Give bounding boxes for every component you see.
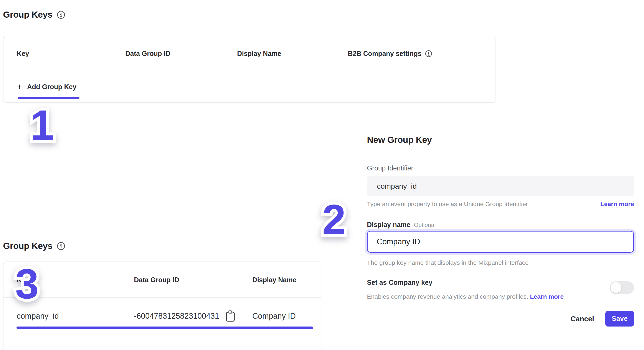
cancel-button[interactable]: Cancel	[570, 315, 594, 323]
column-header-display-name: Display Name	[237, 36, 281, 71]
company-key-toggle[interactable]	[610, 281, 634, 294]
column-header-data-group-id: Data Group ID	[134, 262, 179, 298]
cell-value: Company ID	[252, 311, 296, 321]
annotation-number: 1	[30, 101, 53, 149]
group-identifier-helper-row: Type an event property to use as a Uniqu…	[367, 201, 634, 208]
cell-value: company_id	[17, 311, 59, 321]
annotation-step-3: 3 3	[15, 263, 38, 305]
annotation-step-2: 2 2	[322, 198, 345, 241]
group-identifier-label: Group Identifier	[367, 164, 414, 172]
learn-more-link[interactable]: Learn more	[530, 293, 564, 300]
company-key-helper: Enables company revenue analytics and co…	[367, 293, 528, 300]
info-icon[interactable]	[425, 50, 432, 57]
company-key-helper-row: Enables company revenue analytics and co…	[367, 293, 564, 300]
toggle-knob	[610, 282, 622, 293]
info-icon[interactable]	[57, 242, 65, 250]
column-header-key: Key	[17, 36, 29, 71]
plus-icon: +	[17, 82, 22, 92]
page-title: Group Keys	[3, 10, 52, 20]
section2-heading: Group Keys	[3, 241, 65, 251]
column-header-label: B2B Company settings	[348, 50, 422, 58]
column-header-label: Display Name	[237, 50, 281, 58]
form-title: New Group Key	[367, 135, 432, 145]
annotation-step-1: 1 1	[30, 104, 53, 146]
annotation-number: 3	[15, 260, 38, 307]
section1-heading: Group Keys	[3, 10, 65, 20]
column-header-display-name: Display Name	[252, 262, 296, 298]
annotation-underline-group-key-row	[16, 326, 313, 329]
learn-more-link[interactable]: Learn more	[600, 201, 634, 208]
group-identifier-input[interactable]: company_id	[367, 176, 634, 196]
annotation-number: 2	[322, 196, 345, 243]
info-icon[interactable]	[57, 11, 65, 19]
copy-icon[interactable]	[226, 310, 235, 322]
group-keys-table-card: Key Data Group ID Display Name company_i…	[3, 262, 321, 350]
company-key-label: Set as Company key	[367, 279, 432, 286]
column-header-label: Data Group ID	[125, 50, 170, 58]
column-header-label: Key	[17, 50, 29, 58]
display-name-label-row: Display name Optional	[367, 221, 436, 229]
display-name-label: Display name	[367, 221, 410, 229]
add-group-key-label: Add Group Key	[27, 83, 76, 91]
group-identifier-helper: Type an event property to use as a Uniqu…	[367, 201, 528, 208]
column-header-label: Display Name	[252, 276, 296, 284]
group-keys-table-card: Key Data Group ID Display Name B2B Compa…	[3, 36, 496, 103]
table-header-row: Key Data Group ID Display Name	[4, 262, 321, 298]
annotation-underline-add-group-key	[18, 97, 80, 99]
display-name-input[interactable]: Company ID	[367, 231, 634, 253]
column-header-b2b-settings: B2B Company settings	[348, 36, 432, 71]
table-header-row: Key Data Group ID Display Name B2B Compa…	[4, 36, 495, 71]
group-keys-settings-page: Group Keys Key Data Group ID Display Nam…	[0, 0, 644, 350]
display-name-helper: The group key name that displays in the …	[367, 259, 529, 266]
save-button[interactable]: Save	[605, 311, 634, 326]
optional-tag: Optional	[414, 222, 436, 229]
display-name-value: Company ID	[377, 237, 420, 246]
column-header-data-group-id: Data Group ID	[125, 36, 170, 71]
group-identifier-value: company_id	[377, 182, 417, 191]
column-header-label: Data Group ID	[134, 276, 179, 284]
cell-value: -6004783125823100431	[134, 311, 219, 321]
page-title: Group Keys	[3, 241, 52, 251]
